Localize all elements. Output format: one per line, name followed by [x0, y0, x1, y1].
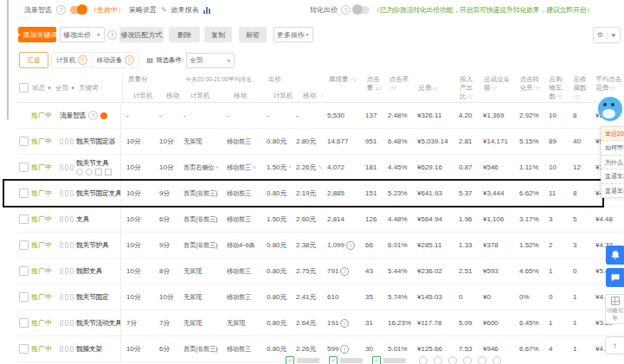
keyword-text[interactable]: 髋关节支具 — [76, 159, 109, 167]
header-bid-pc[interactable]: 计算机↑▽ — [263, 92, 293, 100]
keyword-text[interactable]: 髋关节活动支具 — [76, 319, 120, 327]
header-all[interactable]: 全部 ▼ — [55, 84, 75, 93]
header-gmv[interactable]: 总成交金额↑▽ — [479, 73, 515, 102]
chevron-down-icon[interactable]: ▼ — [608, 32, 621, 38]
legend-item[interactable]: ✓ — [286, 356, 319, 364]
gear-icon[interactable]: ⚙ — [594, 31, 608, 39]
keyword-text[interactable]: 流量智选 — [60, 112, 86, 119]
bid-mobile-cell[interactable]: -✎ — [291, 112, 322, 119]
strategy-settings-link[interactable]: 策略设置 — [129, 5, 157, 15]
table-row[interactable]: 推广中 支具 ? 10分 6分 首页(非前三)≡ 移动前三≡ 1.50元 — [17, 207, 623, 233]
help-icon[interactable]: ? — [107, 30, 117, 40]
header-favs[interactable]: 总收藏数↑▽ — [568, 73, 590, 102]
chat-button[interactable] — [606, 268, 624, 287]
table-row[interactable]: 推广中 流量智选 ? - - -≡ -≡ -✎ -✎ — [17, 103, 623, 129]
rank-trend-icon[interactable]: ≡ — [253, 164, 256, 170]
select-all-checkbox[interactable] — [19, 83, 29, 93]
header-ctr[interactable]: 点击率 ↑▽ — [384, 73, 414, 102]
help-panel-item[interactable]: 如何申请图片功能 — [601, 140, 624, 154]
row-checkbox[interactable] — [19, 188, 29, 198]
table-row[interactable]: 推广中 髋关节护具 ? 10分 9分 首页(非前三)≡ 移动4~6条≡ — [17, 233, 623, 259]
row-checkbox[interactable] — [19, 344, 29, 354]
help-panel-item[interactable]: 直通车推广 — [601, 169, 624, 182]
header-cost[interactable]: 总费 ↑▽ — [413, 73, 454, 102]
keyword-text[interactable]: 髋部支具 — [76, 267, 102, 275]
keyword-text[interactable]: 髋关节固定 — [76, 293, 109, 301]
help-panel-item[interactable]: 幸运20 — [601, 127, 624, 140]
modify-bid-select[interactable]: 修改出价 ▼ — [60, 27, 105, 42]
copy-button[interactable]: 复制 — [204, 27, 232, 42]
header-clicks[interactable]: 点击量 ↓▽ — [362, 73, 384, 102]
header-status[interactable]: 状态 ▼ — [32, 84, 52, 93]
keyword-text[interactable]: 髋关节固定器 — [76, 137, 115, 145]
header-carts[interactable]: 总购物车数↑▽ — [544, 73, 569, 102]
bid-mobile-cell[interactable]: 2.64元✎ — [291, 318, 322, 328]
bar-chart-icon[interactable] — [203, 7, 210, 14]
header-rank-mobile[interactable]: 移动 — [223, 92, 263, 100]
feature-guide-button[interactable]: 功能引导 — [605, 294, 624, 324]
help-panel-item[interactable]: 为什么…过日期 — [601, 155, 624, 169]
table-row[interactable]: 推广中 髋部支具 ? 10分 8分 无展现≡ 移动前三≡ 0.80元✎ — [17, 259, 623, 284]
edit-icon[interactable]: ✎ — [161, 6, 167, 14]
row-checkbox[interactable] — [19, 266, 29, 276]
header-cvr[interactable]: 点击转化率↑▽ — [515, 73, 544, 102]
bid-pc-cell[interactable]: 1.50元✎ — [261, 214, 291, 224]
table-row[interactable]: 推广中 髋关节固定 ? 10分 10分 无展现≡ 移动前三≡ 0.80元 — [17, 284, 623, 310]
conversion-bid-toggle[interactable] — [354, 6, 370, 14]
modify-match-button[interactable]: 修改匹配方式 — [119, 27, 164, 42]
keyword-text[interactable]: 髋关节固定支具 — [76, 189, 120, 197]
bid-mobile-cell[interactable]: 2.41元✎ — [291, 292, 322, 302]
effect-report-link[interactable]: 效果报表 — [171, 5, 199, 15]
bid-pc-cell[interactable]: 0.80元✎ — [261, 188, 291, 198]
tab-mobile[interactable]: 移动设备 ? — [92, 53, 138, 67]
header-quality-mobile[interactable]: 移动↑▽ — [156, 92, 180, 100]
legend-item[interactable]: ✓ — [329, 356, 363, 364]
table-row[interactable]: 推广中 髋关节活动支具 ? 7分 7分 无展现≡ 无展现≡ 0.80元✎ — [17, 310, 623, 336]
header-roi[interactable]: 投入产出比↑▽ — [454, 73, 479, 102]
row-checkbox[interactable] — [19, 214, 29, 224]
bid-pc-cell[interactable]: 0.80元✎ — [261, 318, 291, 328]
keyword-text[interactable]: 髋膝支架 — [76, 345, 102, 353]
tag-button[interactable]: 标签 — [239, 27, 267, 42]
notification-button[interactable] — [606, 246, 624, 265]
bid-pc-cell[interactable]: 0.80元✎ — [261, 344, 291, 354]
back-to-top-button[interactable]: ↑ — [605, 336, 624, 354]
add-keyword-button[interactable]: + 添加关键词 — [18, 27, 56, 42]
bid-mobile-cell[interactable]: 2.80元✎ — [291, 137, 322, 146]
bid-pc-cell[interactable]: -✎ — [261, 112, 291, 119]
impression-info-icon[interactable]: i — [340, 267, 349, 276]
legend-item[interactable]: ✓ — [372, 356, 406, 364]
row-checkbox[interactable] — [19, 292, 29, 302]
tab-summary[interactable]: 汇总 — [19, 52, 48, 68]
header-rank-pc[interactable]: 计算机 — [180, 92, 223, 100]
table-row[interactable]: 推广中 髋关节固定支具 ? 10分 9分 首页(非前三)≡ 移动前三≡ — [17, 181, 623, 207]
help-icon[interactable]: ? — [56, 5, 66, 15]
bid-mobile-cell[interactable]: 2.19元✎ — [291, 188, 322, 198]
bid-pc-cell[interactable]: 0.80元✎ — [261, 137, 291, 146]
impression-info-icon[interactable]: i — [340, 345, 349, 354]
bid-mobile-cell[interactable]: 2.26元✎ — [291, 344, 322, 354]
delete-button[interactable]: 删除 — [169, 27, 200, 42]
impression-info-icon[interactable]: i — [346, 241, 355, 250]
bid-mobile-cell[interactable]: 2.75元✎ — [291, 266, 322, 276]
bid-mobile-cell[interactable]: 2.60元✎ — [291, 214, 322, 224]
row-checkbox[interactable] — [19, 240, 29, 250]
header-keyword[interactable]: 关键词 ↑ — [79, 84, 103, 93]
filter-select[interactable]: 全部 ▼ — [186, 53, 235, 68]
flow-smart-toggle[interactable] — [70, 6, 86, 14]
bid-mobile-cell[interactable]: 2.26元✎ — [291, 163, 322, 172]
more-actions-select[interactable]: 更多操作 ▼ — [273, 27, 313, 42]
legend-tool-icons[interactable] — [419, 356, 501, 364]
impression-info-icon[interactable]: i — [340, 319, 349, 328]
bid-pc-cell[interactable]: 1.50元✎ — [261, 163, 291, 172]
row-checkbox[interactable] — [19, 318, 29, 328]
help-panel-item[interactable]: 直通车推广计划 — [601, 183, 624, 197]
header-quality-pc[interactable]: 计算机↑▽ — [123, 92, 156, 100]
bid-mobile-cell[interactable]: 2.38元✎ — [291, 240, 322, 250]
tab-pc[interactable]: 计算机 ? — [52, 53, 92, 67]
header-bid-mobile[interactable]: 移动↑▽ — [293, 92, 324, 100]
header-impressions[interactable]: 展现量 ↑▽ — [324, 73, 362, 102]
help-icon[interactable]: ? — [341, 5, 351, 15]
rank-trend-icon[interactable]: ≡ — [216, 164, 219, 170]
bid-pc-cell[interactable]: 0.80元✎ — [261, 240, 291, 250]
